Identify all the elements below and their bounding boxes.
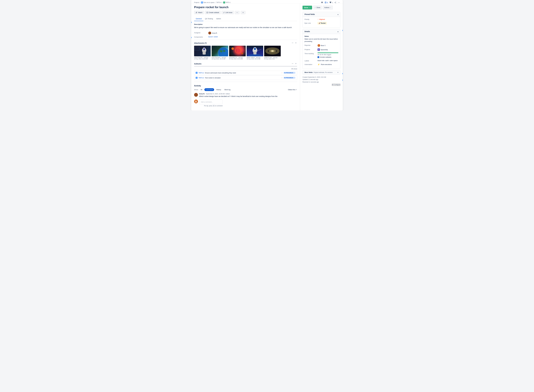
subtasks-more-button[interactable]: [291, 62, 294, 65]
label-outer-space[interactable]: outer-space: [330, 60, 338, 61]
priority-label: Priority: [305, 18, 318, 20]
like-icon[interactable]: 1: [329, 1, 333, 4]
issue-title: Prepare rocket for launch: [194, 5, 297, 9]
svg-rect-28: [203, 51, 206, 55]
subtask-name: Test rocket in simulator: [205, 77, 281, 79]
project-link[interactable]: Spaceship: [320, 49, 328, 51]
subtask-name: Ensure astronauts have everything they n…: [205, 72, 281, 74]
automation-link[interactable]: Rule executions: [321, 64, 332, 65]
show-label: Show:: [194, 89, 198, 91]
share-icon[interactable]: [334, 1, 336, 4]
epic-label: Epic Link: [305, 22, 318, 24]
subtask-id-link[interactable]: TMTS-2: [199, 72, 204, 74]
details-toggle[interactable]: [338, 31, 338, 33]
assignee-row: Assignee Anna R.: [194, 32, 297, 34]
subtasks-title: Subtasks: [194, 63, 201, 65]
annotation-3: [342, 30, 343, 31]
configure-button[interactable]: Configure: [332, 84, 340, 86]
time-bar: [318, 52, 338, 53]
svg-point-45: [235, 47, 235, 47]
epic-badge[interactable]: 🚀 Rocket: [318, 22, 327, 24]
filter-comments[interactable]: Comments: [204, 88, 214, 91]
like-count: 1: [332, 2, 333, 3]
status-check-button[interactable]: ✓ ✓ Done Done: [313, 5, 322, 9]
pinned-fields-toggle[interactable]: [338, 13, 338, 15]
attachment-item[interactable]: niketh-vellank... ash.jpg 18 Sep 2020, 0…: [247, 46, 263, 60]
svg-point-16: [209, 32, 210, 33]
comment-item: Anna R. September 8, 2020, 10:09 AM Edit…: [194, 93, 297, 98]
component-rocket[interactable]: rocket: [214, 36, 218, 38]
attachment-item[interactable]: guillermo-ferl... ash.jpg 18 Sep 2020, 0…: [264, 46, 281, 60]
filter-all[interactable]: All: [199, 88, 203, 91]
activity-section: Activity Show: All Comments History Work…: [194, 85, 297, 107]
subtask-id-link[interactable]: TMTS-3: [199, 77, 204, 79]
more-fields-chevron[interactable]: [338, 71, 338, 73]
components-row: Components launch rocket: [194, 36, 297, 38]
progress-label: 0% Done: [291, 68, 297, 70]
comment-input[interactable]: [199, 99, 223, 104]
notification-icon[interactable]: [321, 1, 323, 4]
breadcrumb-sep2: /: [215, 2, 215, 3]
component-launch[interactable]: launch: [208, 36, 213, 38]
subtask-status[interactable]: IN PROGRESS: [283, 77, 296, 79]
assignee-label: Assignee: [194, 32, 208, 34]
svg-point-3: [336, 3, 336, 3]
expand-button[interactable]: [241, 11, 246, 14]
attach-button[interactable]: Attach: [194, 11, 204, 14]
attachment-item[interactable]: nasa-Q1p7bh3... ash.jpg 18 Sep 2020, 09:…: [212, 46, 228, 60]
configure-row: Configure: [302, 84, 340, 86]
link-issue-button[interactable]: Link issue: [222, 11, 234, 14]
time-tracking-row: Time tracking 2w 3d 4h 48m logged Includ…: [305, 52, 338, 58]
attachments-more-button[interactable]: [291, 42, 294, 44]
svg-point-56: [254, 48, 256, 50]
time-logged: 2w 3d 4h 48m logged: [318, 54, 338, 56]
create-subtask-button[interactable]: Create subtask: [205, 11, 221, 14]
svg-rect-22: [195, 47, 200, 50]
svg-point-69: [292, 63, 292, 64]
attachment-item[interactable]: ganapathy-ku... ash.jpg 18 Sep 2020, 09:…: [229, 46, 246, 60]
attachment-date: 18 Sep 2020, 09:42 AM: [247, 58, 263, 60]
sort-button[interactable]: Oldest first: [288, 89, 297, 91]
tab-qa-testing[interactable]: QA Testing: [203, 17, 214, 21]
filter-history[interactable]: History: [215, 88, 222, 91]
breadcrumb-project-icon: Take me to space: [201, 1, 214, 3]
assignee-name: Anna R.: [212, 32, 217, 34]
attachment-item[interactable]: nasa-OLij17tU... ash.jpg 18 Sep 2020, 09…: [194, 46, 211, 60]
breadcrumb-parent-issue[interactable]: TMTS-4: [216, 2, 221, 3]
more-icon[interactable]: [338, 1, 340, 4]
status-bar: Done ✓ ✓ Done Done Actions: [302, 5, 340, 9]
breadcrumb-project-name[interactable]: Take me to space: [203, 2, 214, 3]
priority-row: Priority ↑ Highest: [305, 18, 338, 20]
current-user-avatar: [194, 99, 198, 103]
breadcrumb-current-issue[interactable]: TMTS-1: [225, 2, 231, 3]
more-actions-button[interactable]: [235, 11, 240, 14]
breadcrumb-projects[interactable]: Projects: [194, 2, 199, 3]
svg-point-35: [217, 47, 218, 47]
sort-label: Oldest first: [288, 89, 295, 91]
svg-point-2: [336, 2, 336, 2]
tab-general[interactable]: General: [194, 17, 203, 21]
label-earth[interactable]: earth: [325, 60, 329, 61]
svg-point-7: [338, 2, 338, 3]
svg-point-34: [215, 48, 215, 48]
status-done-button[interactable]: Done: [302, 6, 312, 9]
watch-icon[interactable]: 1: [325, 1, 328, 4]
watch-count: 1: [327, 2, 328, 3]
label-black-hole[interactable]: black-hole: [318, 60, 325, 61]
actions-button[interactable]: Actions: [323, 5, 333, 9]
attachments-add-button[interactable]: [295, 42, 297, 44]
subtask-status[interactable]: IN PROGRESS: [283, 72, 296, 74]
lightning-icon: ⚡: [318, 63, 320, 65]
automation-row: Automation ⚡ Rule executions: [305, 63, 338, 65]
pro-tip: Pro tip: press M to comment: [204, 105, 297, 107]
svg-point-4: [334, 2, 335, 3]
filter-worklog[interactable]: Work log: [223, 88, 232, 91]
tab-admin[interactable]: Admin: [214, 17, 223, 21]
more-fields-toggle[interactable]: More fields Original estimate, Fix versi…: [302, 70, 340, 75]
svg-point-77: [195, 94, 196, 95]
more-fields-subtitle: Original estimate, Fix versions: [314, 72, 333, 73]
include-subtasks-checkbox[interactable]: [318, 56, 319, 58]
svg-point-1: [325, 2, 326, 3]
comment-meta: Anna R. September 8, 2020, 10:09 AM Edit…: [199, 93, 297, 95]
subtasks-add-button[interactable]: [295, 62, 297, 65]
